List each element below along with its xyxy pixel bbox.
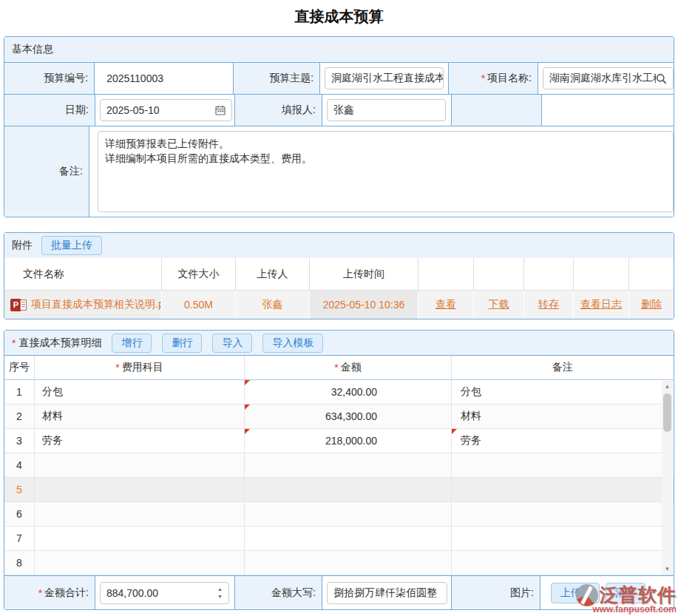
total-cell: 884,700.00 ▲ ▼: [95, 576, 235, 609]
download-link[interactable]: 下载: [489, 298, 509, 311]
edited-marker: [245, 429, 250, 434]
required-star: *: [481, 72, 485, 84]
col-remark: 备注: [452, 356, 674, 379]
amount-words-input[interactable]: 捌拾捌万肆仟柒佰圆整: [327, 582, 447, 604]
filler-input[interactable]: 张鑫: [327, 99, 446, 121]
edited-marker: [452, 429, 457, 434]
attachment-uploader: 张鑫: [236, 291, 310, 319]
detail-table-header: 序号 *费用科目 *金额 备注: [4, 356, 674, 380]
required-star: *: [38, 587, 42, 599]
required-star: *: [12, 337, 16, 349]
stepper-up-icon[interactable]: ▲: [217, 586, 223, 592]
edited-marker: [245, 405, 250, 410]
subject-cell[interactable]: [35, 527, 245, 550]
scroll-up-icon[interactable]: ▲: [662, 381, 673, 392]
view-link[interactable]: 查看: [435, 298, 456, 311]
search-icon[interactable]: [656, 73, 667, 84]
attachments-header: 附件 批量上传: [4, 233, 674, 258]
budget-no-value: 2025110003: [95, 63, 234, 94]
remark-cell[interactable]: 分包: [452, 380, 674, 404]
basic-info-row-1: 预算编号: 2025110003 预算主题: 洞庭湖引水工程直接成本预算 * 项…: [4, 63, 674, 95]
remark-cell[interactable]: [452, 551, 674, 575]
scrollbar-thumb[interactable]: [663, 393, 671, 432]
calendar-icon[interactable]: [215, 105, 226, 115]
date-cell: 2025-05-10: [95, 95, 235, 126]
subject-cell[interactable]: [35, 551, 245, 575]
edited-marker: [245, 380, 250, 385]
remark-cell[interactable]: [452, 478, 674, 501]
attachment-file-name[interactable]: P 项目直接成本预算相关说明.p: [4, 291, 162, 319]
scroll-down-icon[interactable]: ▼: [662, 563, 673, 575]
amount-cell[interactable]: [245, 502, 452, 526]
budget-no-label: 预算编号:: [4, 63, 95, 94]
detail-row-8: 8: [4, 551, 674, 575]
subject-input[interactable]: 洞庭湖引水工程直接成本预算: [325, 67, 444, 89]
subject-label: 预算主题:: [234, 63, 320, 94]
col-amount: *金额: [245, 356, 452, 379]
col-file-size: 文件大小: [162, 258, 236, 290]
delete-link[interactable]: 删除: [641, 298, 662, 311]
page-title: 直接成本预算: [0, 0, 678, 27]
remark-cell[interactable]: [452, 502, 674, 526]
remark-cell[interactable]: 劳务: [452, 429, 674, 453]
detail-row-6: 6: [4, 502, 674, 527]
subject-cell: 洞庭湖引水工程直接成本预算: [320, 63, 449, 94]
transfer-link[interactable]: 转存: [538, 298, 559, 311]
col-seq: 序号: [4, 356, 35, 379]
basic-info-row-3: 备注: 详细预算报表已上传附件。 详细编制本项目所需的直接成本类型、费用。: [4, 126, 674, 217]
vendor-url: www.fanpusoft.com: [564, 604, 677, 615]
empty-label-cell: [452, 95, 542, 126]
project-cell: 湖南洞庭湖水库引水工程施工: [538, 63, 674, 94]
amount-cell[interactable]: [245, 551, 452, 575]
basic-info-title: 基本信息: [12, 43, 53, 56]
subject-cell[interactable]: 分包: [35, 380, 245, 404]
remark-cell: 详细预算报表已上传附件。 详细编制本项目所需的直接成本类型、费用。: [89, 126, 674, 217]
subject-cell[interactable]: 劳务: [35, 429, 245, 453]
add-row-button[interactable]: 增行: [112, 334, 152, 353]
subject-cell[interactable]: [35, 502, 245, 526]
attachment-upload-time: 2025-05-10 10:36: [310, 291, 418, 319]
vertical-scrollbar[interactable]: ▲ ▼: [662, 381, 673, 575]
attachment-file-size: 0.50M: [162, 291, 236, 319]
import-template-button[interactable]: 导入模板: [262, 334, 323, 353]
amount-cell[interactable]: [245, 527, 452, 550]
delete-row-button[interactable]: 删行: [162, 334, 202, 353]
attachments-section: 附件 批量上传 文件名称 文件大小 上传人 上传时间 P 项目直接成本预算相关说…: [4, 232, 674, 319]
amount-cell[interactable]: 634,300.00: [245, 405, 452, 428]
view-log-link[interactable]: 查看日志: [580, 298, 622, 311]
date-input[interactable]: 2025-05-10: [100, 99, 232, 121]
remark-cell[interactable]: 材料: [452, 405, 674, 428]
date-label: 日期:: [4, 95, 95, 126]
detail-table-body: 1 分包 32,400.00 分包 2 材料 634,300.00 材料 3 劳…: [4, 380, 674, 575]
basic-info-header: 基本信息: [4, 37, 674, 63]
project-label: * 项目名称:: [449, 63, 538, 94]
subject-cell[interactable]: [35, 478, 245, 501]
amount-cell[interactable]: [245, 478, 452, 501]
basic-info-section: 基本信息 预算编号: 2025110003 预算主题: 洞庭湖引水工程直接成本预…: [4, 36, 674, 217]
batch-upload-button[interactable]: 批量上传: [41, 236, 102, 255]
subject-cell[interactable]: [35, 453, 245, 477]
project-name-input[interactable]: 湖南洞庭湖水库引水工程施工: [543, 67, 674, 89]
stepper-down-icon[interactable]: ▼: [217, 594, 223, 599]
col-upload-time: 上传时间: [310, 258, 418, 290]
vendor-watermark: 泛普软件 www.fanpusoft.com: [564, 583, 677, 615]
total-label: * 金额合计:: [4, 576, 95, 609]
amount-cell[interactable]: 32,400.00: [245, 380, 452, 404]
filler-label: 填报人:: [235, 95, 322, 126]
subject-cell[interactable]: 材料: [35, 405, 245, 428]
attachments-table-header: 文件名称 文件大小 上传人 上传时间: [4, 258, 674, 291]
remark-cell[interactable]: [452, 527, 674, 550]
attachment-row: P 项目直接成本预算相关说明.p 0.50M 张鑫 2025-05-10 10:…: [4, 291, 674, 319]
fanpu-logo-icon: [576, 584, 598, 606]
remark-cell[interactable]: [452, 453, 674, 477]
filler-cell: 张鑫: [322, 95, 452, 126]
detail-row-7: 7: [4, 527, 674, 551]
amount-cell[interactable]: [245, 453, 452, 477]
detail-title: 直接成本预算明细: [18, 336, 101, 350]
import-button[interactable]: 导入: [212, 334, 252, 353]
col-file-name: 文件名称: [4, 258, 162, 290]
image-label: 图片:: [452, 576, 540, 609]
remark-textarea[interactable]: 详细预算报表已上传附件。 详细编制本项目所需的直接成本类型、费用。: [98, 131, 674, 212]
total-amount-input[interactable]: 884,700.00 ▲ ▼: [100, 582, 229, 604]
amount-cell[interactable]: 218,000.00: [245, 429, 452, 453]
